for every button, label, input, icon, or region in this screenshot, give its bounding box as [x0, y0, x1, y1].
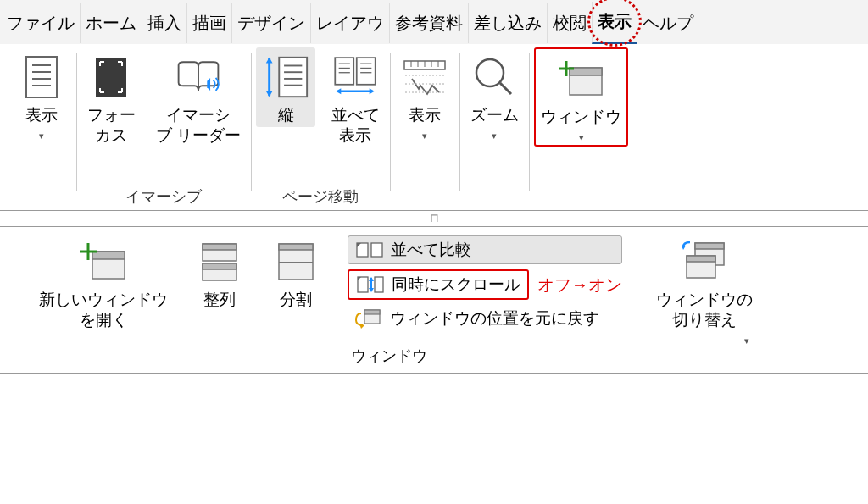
tab-review[interactable]: 校閲: [547, 3, 592, 43]
ribbon-divider-marker: ⊓: [0, 211, 868, 226]
focus-icon: [86, 53, 136, 102]
svg-line-31: [500, 83, 511, 94]
tab-mailings[interactable]: 差し込み: [468, 3, 547, 43]
side-by-side-icon: [331, 53, 380, 102]
svg-rect-49: [358, 277, 368, 292]
book-speaker-icon: [174, 53, 223, 102]
switch-windows-icon: [680, 237, 729, 286]
svg-point-30: [476, 59, 504, 86]
tab-design[interactable]: デザイン: [231, 3, 310, 43]
reset-window-position-button[interactable]: ウィンドウの位置を元に戻す: [348, 305, 622, 332]
vertical-scroll-icon: [261, 53, 310, 102]
svg-rect-48: [371, 243, 382, 257]
tab-file[interactable]: ファイル: [2, 3, 80, 43]
split-button[interactable]: 分割: [266, 232, 326, 312]
svg-rect-50: [375, 277, 383, 292]
group-show: 表示 ▾: [390, 47, 459, 208]
svg-rect-0: [26, 57, 57, 97]
chevron-down-icon: ▾: [579, 132, 584, 143]
group-label-immersive: イマーシブ: [125, 186, 202, 208]
sync-scroll-icon: [356, 274, 385, 295]
window-dropdown[interactable]: ウィンドウ ▾: [534, 47, 628, 147]
ribbon-view: 表示 ▾ フォー カス イマーシ ブ リーダー イマーシブ: [0, 44, 868, 211]
arrange-all-button[interactable]: 整列: [190, 232, 249, 312]
svg-rect-53: [364, 310, 380, 314]
view-side-by-side-button[interactable]: 並べて比較: [348, 235, 622, 264]
vertical-button[interactable]: 縦: [256, 47, 315, 127]
immersive-reader-button[interactable]: イマーシ ブ リーダー: [151, 47, 246, 147]
views-dropdown[interactable]: 表示 ▾: [12, 47, 71, 143]
window-panel: 新しいウィンドウ を開く 整列 分割 並べて比較: [0, 226, 868, 374]
tab-home[interactable]: ホーム: [80, 3, 142, 43]
window-commands-stack: 並べて比較 同時にスクロール オフ→オン ウィンドウの位置を元に戻す: [342, 232, 627, 369]
arrange-icon: [195, 237, 244, 286]
tab-insert[interactable]: 挿入: [142, 3, 186, 43]
svg-rect-45: [279, 244, 313, 250]
annotation-off-on: オフ→オン: [537, 274, 622, 296]
tab-layout[interactable]: レイアウ: [310, 3, 389, 43]
side-by-side-button[interactable]: 並べて 表示: [326, 47, 385, 147]
focus-button[interactable]: フォー カス: [81, 47, 141, 147]
group-label-page-movement: ページ移動: [282, 186, 359, 208]
svg-rect-7: [280, 58, 308, 97]
group-page-movement: 縦 並べて 表示 ページ移動: [251, 47, 390, 208]
group-views: 表示 ▾: [7, 47, 76, 208]
svg-rect-41: [203, 244, 236, 250]
reset-position-icon: [354, 308, 383, 329]
zoom-dropdown[interactable]: ズーム ▾: [465, 47, 524, 143]
group-window: ウィンドウ ▾: [529, 47, 633, 208]
chevron-down-icon: ▾: [492, 130, 497, 141]
synchronous-scrolling-button[interactable]: 同時にスクロール: [348, 269, 529, 300]
new-window-icon: [79, 237, 128, 286]
new-window-button[interactable]: 新しいウィンドウ を開く: [34, 232, 173, 332]
document-icon: [17, 53, 66, 102]
compare-icon: [355, 240, 384, 260]
svg-rect-12: [336, 58, 354, 85]
svg-rect-55: [695, 243, 724, 249]
new-window-icon: [557, 54, 606, 103]
magnifier-icon: [470, 53, 519, 102]
show-dropdown[interactable]: 表示 ▾: [395, 47, 454, 143]
ruler-grid-icon: [400, 53, 449, 102]
group-immersive: フォー カス イマーシ ブ リーダー イマーシブ: [76, 47, 251, 208]
svg-rect-33: [570, 68, 602, 75]
split-icon: [271, 237, 320, 286]
chevron-down-icon: ▾: [744, 335, 749, 346]
switch-windows-dropdown[interactable]: ウィンドウの 切り替え ▾: [651, 232, 758, 348]
svg-rect-57: [687, 256, 715, 262]
tab-help[interactable]: ヘルプ: [637, 3, 698, 43]
tab-draw[interactable]: 描画: [186, 3, 231, 43]
chevron-down-icon: ▾: [422, 130, 427, 141]
chevron-down-icon: ▾: [39, 130, 44, 141]
group-zoom: ズーム ▾: [459, 47, 529, 208]
svg-rect-13: [357, 58, 376, 85]
group-label-window: ウィンドウ: [348, 337, 622, 366]
svg-rect-43: [203, 263, 236, 269]
tab-references[interactable]: 参考資料: [389, 3, 468, 43]
tab-view[interactable]: 表示: [592, 2, 637, 44]
ribbon-tabs: ファイル ホーム 挿入 描画 デザイン レイアウ 参考資料 差し込み 校閲 表示…: [0, 0, 868, 44]
svg-rect-37: [92, 252, 125, 259]
